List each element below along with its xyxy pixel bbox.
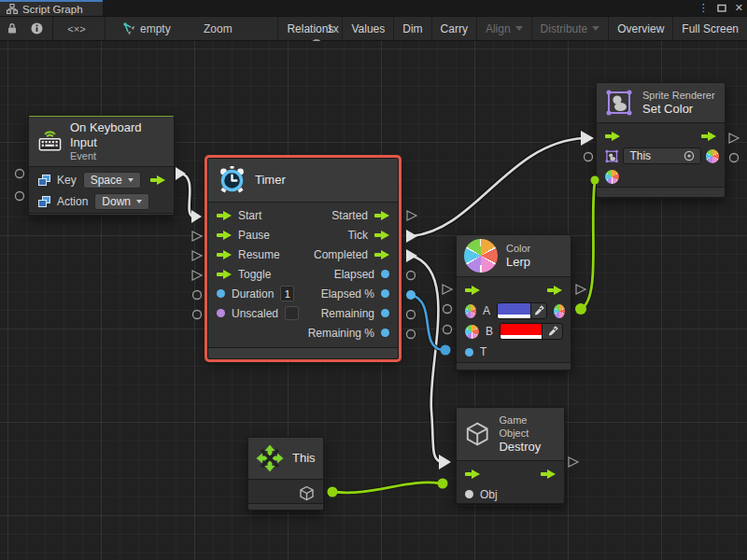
flow-out-port[interactable] <box>547 286 562 295</box>
sprite-renderer-icon <box>604 88 634 118</box>
key-dropdown[interactable]: Space <box>83 172 141 189</box>
port-label-action: Action <box>57 195 88 208</box>
node-on-keyboard-input[interactable]: On Keyboard Input Event Key Space Action… <box>28 115 175 216</box>
port-remaining-pct[interactable]: Remaining % <box>308 327 389 340</box>
values-button[interactable]: Values <box>342 17 393 40</box>
overview-button[interactable]: Overview <box>608 17 672 40</box>
port-label-key: Key <box>57 174 77 187</box>
window-menu-icon[interactable]: ⋮ <box>698 2 709 14</box>
node-footer <box>208 347 398 358</box>
dim-button[interactable]: Dim <box>393 17 430 40</box>
tab-script-graph[interactable]: Script Graph <box>0 0 103 16</box>
unscaled-checkbox[interactable] <box>285 306 299 320</box>
target-out-port-icon[interactable] <box>706 149 719 163</box>
node-title: Lerp <box>506 255 530 270</box>
trigger-out-port[interactable] <box>150 175 165 185</box>
game-object-out-port-icon[interactable] <box>299 485 315 501</box>
timer-icon <box>218 166 247 194</box>
flow-in-port[interactable] <box>605 132 620 141</box>
node-footer <box>597 187 725 197</box>
port-label-obj: Obj <box>480 488 498 501</box>
flow-out-port[interactable] <box>701 132 716 141</box>
zoom-label: Zoom <box>204 17 233 40</box>
node-title: On Keyboard Input <box>70 120 164 150</box>
object-port-icon <box>37 174 50 187</box>
node-set-color[interactable]: Sprite Renderer Set Color This <box>596 82 726 198</box>
node-this[interactable]: This <box>247 437 324 511</box>
graph-toolbar: <×> empty Zoom 1x Relations Values Dim C… <box>0 16 747 41</box>
port-start[interactable]: Start <box>217 209 261 222</box>
node-category: Color <box>506 242 530 255</box>
full-screen-button[interactable]: Full Screen <box>672 17 747 40</box>
port-resume[interactable]: Resume <box>217 248 280 261</box>
node-footer <box>457 362 571 370</box>
action-dropdown[interactable]: Down <box>94 193 149 210</box>
color-a-swatch[interactable] <box>497 302 547 319</box>
port-pause[interactable]: Pause <box>217 229 270 242</box>
node-title: This <box>292 451 316 466</box>
node-title: Set Color <box>642 102 715 117</box>
color-wheel-icon <box>464 239 498 273</box>
node-title: Timer <box>255 173 286 188</box>
graph-icon <box>7 4 18 14</box>
port-label-a: A <box>483 304 490 317</box>
carry-button[interactable]: Carry <box>431 17 476 40</box>
obj-port-dot[interactable] <box>465 490 473 498</box>
lock-icon <box>7 22 18 35</box>
toolbar-buttons: Relations Values Dim Carry Align Distrib… <box>277 17 747 40</box>
chevron-down-icon <box>592 26 599 31</box>
window-tab-bar: Script Graph ⋮ ✕ <box>0 0 747 16</box>
lock-button[interactable] <box>2 17 22 40</box>
code-glyph: <×> <box>67 23 85 35</box>
node-footer <box>248 503 323 510</box>
target-field[interactable]: This <box>623 147 700 164</box>
code-preview-button[interactable]: <×> <box>52 17 101 40</box>
port-toggle[interactable]: Toggle <box>217 268 271 281</box>
node-category: Sprite Renderer <box>642 89 715 102</box>
chevron-down-icon <box>515 26 523 31</box>
node-destroy[interactable]: Game Object Destroy Obj <box>456 407 565 504</box>
node-footer <box>457 505 564 506</box>
port-completed[interactable]: Completed <box>314 248 389 261</box>
color-port-icon <box>465 304 476 318</box>
result-port-icon[interactable] <box>554 304 565 318</box>
sprite-renderer-port-icon <box>605 149 618 163</box>
port-tick[interactable]: Tick <box>347 229 389 242</box>
game-object-icon <box>464 420 490 448</box>
node-category: Game Object <box>499 413 557 440</box>
object-picker-icon[interactable] <box>684 150 695 161</box>
eyedropper-icon[interactable] <box>542 324 562 339</box>
node-subtitle: Event <box>70 150 164 162</box>
chevron-down-icon <box>128 178 134 182</box>
flow-in-port[interactable] <box>465 469 480 479</box>
align-button[interactable]: Align <box>476 17 531 40</box>
info-button[interactable] <box>25 17 48 40</box>
graph-name-label: empty <box>140 17 171 40</box>
eyedropper-icon[interactable] <box>530 303 547 318</box>
node-footer <box>29 213 174 215</box>
tab-title: Script Graph <box>22 4 83 15</box>
port-elapsed[interactable]: Elapsed <box>334 268 389 281</box>
node-color-lerp[interactable]: Color Lerp A B <box>456 234 571 371</box>
distribute-button[interactable]: Distribute <box>531 17 609 40</box>
color-port-icon <box>465 325 479 339</box>
port-unscaled[interactable]: Unscaled <box>217 306 299 320</box>
color-b-swatch[interactable] <box>500 323 563 340</box>
port-label-t: T <box>480 345 486 358</box>
object-port-icon <box>37 195 50 208</box>
relations-button[interactable]: Relations <box>277 17 342 40</box>
port-started[interactable]: Started <box>331 209 389 222</box>
port-duration[interactable]: Duration1 <box>217 286 294 301</box>
graph-pointer-icon <box>121 17 138 40</box>
chevron-down-icon <box>136 200 142 203</box>
duration-input[interactable]: 1 <box>280 286 294 301</box>
port-remaining[interactable]: Remaining <box>321 307 389 320</box>
flow-in-port[interactable] <box>465 286 480 295</box>
info-icon <box>31 22 43 35</box>
flow-out-port[interactable] <box>541 469 556 479</box>
maximize-icon[interactable] <box>717 4 726 12</box>
node-timer[interactable]: Timer Start Started Pause Tick Resume Co… <box>207 158 399 359</box>
close-icon[interactable]: ✕ <box>735 2 743 14</box>
port-elapsed-pct[interactable]: Elapsed % <box>321 287 389 301</box>
color-in-port-icon[interactable] <box>605 170 619 184</box>
